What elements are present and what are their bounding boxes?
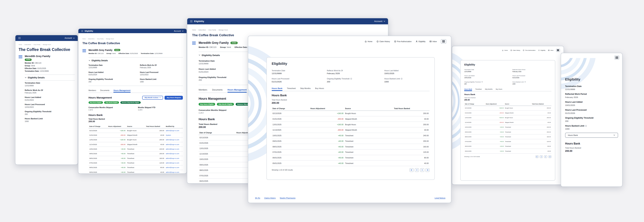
tab-skip-months[interactable]: Skip Months (300, 87, 311, 91)
footer-link-claims-history[interactable]: Claims History (264, 197, 276, 199)
eligibility-details-header[interactable]: Eligibility Details (25, 74, 75, 81)
cell-adjustment: -200.00 (107, 142, 126, 147)
tab-timesheet[interactable]: Timesheet (475, 88, 482, 91)
menu-icon[interactable] (82, 49, 86, 52)
app-header: Eligibility Account (187, 18, 388, 24)
eligibility-details-header[interactable]: Eligibility Details (88, 57, 183, 63)
cell-adjustment: +40.00 (310, 155, 344, 160)
last-page-button[interactable] (426, 168, 430, 172)
previous-page-button[interactable] (540, 155, 543, 158)
nav-prior-authorization[interactable]: Prior Authorization (523, 50, 536, 51)
next-page-button[interactable] (420, 168, 424, 172)
tab-buy-hours[interactable]: Buy Hours (315, 87, 324, 91)
nav-eligibility[interactable]: Eligibility (416, 40, 426, 42)
app-header: Account (16, 35, 78, 41)
member-portal-window-mobile: Eligibility Termination Date 12/31/9999 … (561, 53, 622, 187)
menu-icon[interactable] (192, 42, 196, 44)
nav-inbox[interactable]: Inbox (548, 50, 554, 51)
info-icon[interactable] (524, 81, 526, 82)
cell-date: 02/13/2026 (88, 128, 108, 133)
menu-button[interactable] (556, 49, 560, 52)
view-select[interactable]: Hours Bank (565, 133, 618, 138)
info-icon[interactable] (350, 78, 352, 80)
tab-hours-bank[interactable]: Hours Bank (464, 88, 472, 91)
detail-field: Hours Last Processed 01/21/2026 (272, 77, 324, 84)
nav-home[interactable]: Home (502, 50, 508, 51)
breadcrumb-grey-family[interactable]: Grey Family (208, 29, 216, 31)
apps-grid-icon[interactable] (18, 37, 21, 39)
account-menu[interactable]: Account (174, 30, 184, 32)
tab-hours-management[interactable]: Hours Management (228, 89, 247, 92)
cell-date: 02/13/2026 (464, 106, 485, 110)
breadcrumb-subscribers[interactable]: Subscribers (198, 29, 206, 31)
info-icon[interactable] (585, 125, 587, 127)
apps-grid-icon[interactable] (81, 30, 83, 32)
info-icon[interactable] (482, 81, 483, 82)
tab-skip-months[interactable]: Skip Months (485, 88, 492, 91)
nav-claim-history[interactable]: Claim History (510, 50, 520, 51)
tab-documents[interactable]: Documents (100, 89, 110, 92)
cell-source: Timesheet (504, 144, 531, 149)
breadcrumb-subscribers[interactable]: Subscribers (24, 44, 31, 45)
footer-link-my-rx[interactable]: My Rx (255, 197, 260, 199)
breadcrumb-home[interactable]: Home (192, 29, 196, 31)
hours-bank-row: 08/01/2025 +40.00 Timesheet 160.00 admin… (88, 156, 183, 160)
menu-button[interactable] (614, 56, 619, 60)
skip-stat: Months Skipped YTD 1 of 4 (138, 106, 183, 111)
apps-grid-icon[interactable] (190, 20, 192, 22)
cell-date: 11/14/2025 (464, 120, 485, 125)
menu-icon[interactable] (18, 55, 22, 58)
home-icon (502, 50, 504, 51)
tab-buy-hours[interactable]: Buy Hours (496, 88, 502, 91)
col-date-of-change: Date of Change (198, 131, 236, 135)
nav-prior-authorization[interactable]: Prior Authorization (394, 40, 412, 42)
col-total-hours-banked: Total Hours Banked (393, 106, 429, 111)
nav-inbox[interactable]: Inbox (430, 40, 437, 42)
last-page-button[interactable] (548, 155, 552, 158)
breadcrumb-grey-family[interactable]: Grey Family (97, 38, 104, 40)
tab-bar: Hours Bank Timesheet Skip Months Buy Hou… (464, 88, 551, 91)
cell-source: Timesheet (504, 134, 531, 139)
next-page-button[interactable] (544, 155, 547, 158)
pagination (410, 168, 430, 172)
cell-date: 12/01/2025 (272, 122, 310, 127)
breadcrumb-home[interactable]: Home (18, 44, 22, 45)
cell-modified-by: admin@cap-rx.com (165, 165, 183, 170)
hours-bank-row: 01/01/2026 -200.00 Skipped Month 40.00 (464, 110, 551, 115)
cell-modified-by: admin@cap-rx.com (165, 142, 183, 147)
cell-source: Skipped Month (344, 127, 393, 133)
first-page-button[interactable] (410, 168, 414, 172)
first-page-icon (536, 156, 538, 158)
cell-adjustment: +160.00 (107, 128, 126, 133)
menu-button[interactable] (441, 39, 446, 44)
footer-link-legal-notices[interactable]: Legal Notices (434, 197, 446, 199)
account-menu[interactable]: Account (374, 20, 385, 22)
tab-hours-management[interactable]: Hours Management (114, 89, 130, 92)
nav-claim-history[interactable]: Claim History (376, 40, 390, 42)
breadcrumb-home[interactable]: Home (82, 38, 86, 40)
first-page-button[interactable] (536, 155, 538, 158)
cell-total: 200.00 (393, 122, 429, 127)
tab-documents[interactable]: Documents (212, 89, 222, 92)
account-menu[interactable]: Account (65, 37, 75, 39)
cell-source: Skipped Month (504, 110, 531, 115)
footer-link-nearby-pharmacies[interactable]: Nearby Pharmacies (280, 197, 296, 199)
tab-timesheet[interactable]: Timesheet (287, 87, 296, 91)
eligibility-badge: Buy Hours Eligible (88, 101, 103, 104)
previous-page-button[interactable] (415, 168, 419, 172)
breadcrumb-subscribers[interactable]: Subscribers (88, 38, 94, 40)
skip-month-actions-button[interactable]: Skip Month Actions (142, 96, 163, 100)
buy-hours-request-button[interactable]: Buy Hours Request (164, 96, 183, 100)
cell-date: 05/01/2025 (272, 160, 310, 166)
tab-members[interactable]: Members (88, 89, 96, 92)
prior-authorization-icon (394, 40, 396, 42)
member-name: Meredith Grey Family (198, 41, 229, 45)
last-page-icon (549, 156, 550, 158)
cell-adjustment: +40.00 (485, 139, 504, 144)
nav-eligibility[interactable]: Eligibility (538, 50, 546, 51)
tab-members[interactable]: Members (198, 89, 207, 92)
tab-hours-bank[interactable]: Hours Bank (272, 87, 282, 91)
breadcrumb-grey-family[interactable]: Grey Family (34, 44, 40, 45)
nav-home[interactable]: Home (365, 40, 372, 42)
info-icon[interactable] (401, 78, 402, 80)
